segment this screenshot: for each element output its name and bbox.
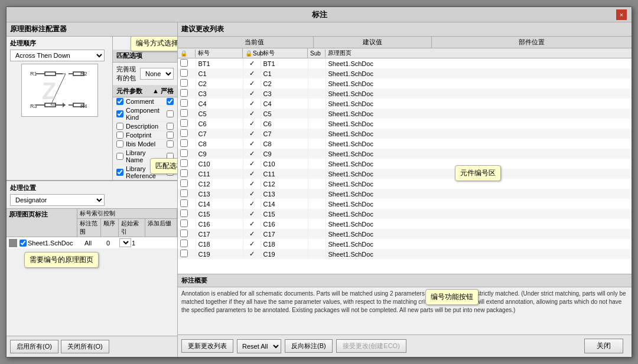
current-designator: C3	[196, 88, 243, 99]
suggested-designator: C9	[261, 149, 308, 159]
enable-all-button[interactable]: 启用所有(O)	[10, 340, 58, 353]
row-checkbox[interactable]	[180, 219, 188, 227]
current-sub-check: ✓	[243, 109, 261, 119]
param-strict-checkbox[interactable]	[167, 110, 174, 117]
order-select[interactable]: Across Then Down	[10, 50, 105, 61]
sub-col-designator2: 标号	[261, 48, 308, 58]
suggested-sub	[308, 149, 325, 159]
bubble-numbering-style: 编号方式选择	[131, 37, 177, 51]
part-location-header: 部件位置	[432, 37, 632, 48]
row-sheet: Sheet1.SchDoc	[325, 209, 632, 219]
lock-icon-current: 🔒	[180, 50, 187, 57]
bubble-container: 需要编号的原理图页	[6, 249, 177, 267]
row-checkbox[interactable]	[180, 209, 188, 217]
current-designator: C13	[196, 189, 243, 199]
dialog-title: 标注	[23, 9, 616, 20]
close-button[interactable]: 关闭	[584, 339, 623, 353]
current-sub-check: ✓	[243, 189, 261, 199]
close-x-button[interactable]: ×	[616, 9, 627, 20]
bubble-matching-options: 匹配选项	[150, 158, 177, 174]
row-checkbox[interactable]	[180, 189, 188, 197]
row-checkbox[interactable]	[180, 119, 188, 127]
suggested-sub	[308, 239, 325, 249]
row-checkbox[interactable]	[180, 240, 188, 247]
row-checkbox[interactable]	[180, 179, 188, 187]
param-checkbox[interactable]	[116, 110, 123, 117]
perfect-existing-select[interactable]: None	[140, 68, 174, 80]
accept-changes-button[interactable]: 接受更改(创建ECO)	[336, 339, 406, 353]
bubble-numbering-function: 编号功能按钮	[425, 289, 479, 305]
summary-section: 标注概要 Annotation is enabled for all schem…	[178, 274, 632, 335]
param-checkbox[interactable]	[116, 153, 123, 160]
main-dialog: 标注 × 原理图标注配置器 处理顺序 Across Then Down	[6, 6, 632, 358]
start-index-val: 1	[132, 240, 135, 247]
bubble-component-numbering: 元件编号区	[455, 165, 501, 181]
current-sub-check: ✓	[243, 209, 261, 219]
row-sheet: Sheet1.SchDoc	[325, 109, 632, 119]
row-checkbox[interactable]	[180, 250, 188, 257]
suggested-sub	[308, 219, 325, 229]
table-row: C1✓C1Sheet1.SchDoc	[178, 68, 632, 78]
suggested-sub	[308, 189, 325, 199]
current-sub-check: ✓	[243, 159, 261, 169]
param-row: Ibis Model	[113, 140, 177, 149]
start-index-select[interactable]: ▼	[119, 238, 131, 247]
processing-order-label: 处理顺序	[10, 39, 109, 48]
z-pattern-svg: R1 R2 R3 R4	[24, 67, 95, 114]
suggested-sub	[308, 99, 325, 109]
col-start-index-header: 起始索引	[119, 219, 145, 237]
row-checkbox[interactable]	[180, 199, 188, 207]
suggested-designator: C12	[261, 179, 308, 189]
current-sub-check: ✓	[243, 129, 261, 139]
row-sheet: Sheet1.SchDoc	[325, 189, 632, 199]
current-sub-check: ✓	[243, 179, 261, 189]
sch-row-checkbox[interactable]	[19, 240, 27, 247]
param-checkbox[interactable]	[116, 98, 123, 105]
param-checkbox[interactable]	[116, 132, 123, 139]
sub-col-schematic: 原理图页	[325, 48, 632, 58]
param-checkbox[interactable]	[116, 169, 123, 176]
row-sheet: Sheet1.SchDoc	[325, 249, 632, 259]
param-strict-checkbox[interactable]	[167, 140, 174, 147]
table-row: C16✓C16Sheet1.SchDoc	[178, 219, 632, 229]
row-checkbox[interactable]	[180, 99, 188, 107]
suggested-designator: C2	[261, 78, 308, 88]
param-checkbox[interactable]	[116, 123, 123, 130]
row-checkbox[interactable]	[180, 169, 188, 177]
row-checkbox[interactable]	[180, 59, 188, 67]
param-row: Description	[113, 122, 177, 131]
row-checkbox[interactable]	[180, 79, 188, 87]
col-range-header: 标注范围	[77, 219, 101, 237]
param-strict-checkbox[interactable]	[167, 123, 174, 130]
row-checkbox[interactable]	[180, 69, 188, 77]
current-value-header: 当前值	[196, 37, 314, 48]
param-name: Comment	[126, 98, 164, 105]
param-strict-checkbox[interactable]	[167, 98, 174, 105]
row-checkbox[interactable]	[180, 149, 188, 157]
table-row: C14✓C14Sheet1.SchDoc	[178, 199, 632, 209]
perfect-existing-row: 完善现有的包 None	[113, 63, 177, 86]
current-designator: C8	[196, 139, 243, 149]
summary-header: 标注概要	[178, 274, 632, 287]
param-strict-checkbox[interactable]	[167, 132, 174, 139]
disable-all-button[interactable]: 关闭所有(O)	[61, 340, 109, 353]
suggested-sub	[308, 68, 325, 78]
index-control-header: 标号索引控制	[77, 209, 177, 219]
row-checkbox[interactable]	[180, 159, 188, 167]
table-row: C8✓C8Sheet1.SchDoc	[178, 139, 632, 149]
row-checkbox[interactable]	[180, 129, 188, 137]
param-row: Comment	[113, 97, 177, 106]
row-checkbox[interactable]	[180, 109, 188, 117]
param-checkbox[interactable]	[116, 140, 123, 147]
suggested-designator: C16	[261, 219, 308, 229]
row-checkbox[interactable]	[180, 139, 188, 147]
location-select[interactable]: Designator	[10, 194, 105, 206]
reset-all-select[interactable]: Reset All	[237, 339, 281, 353]
reverse-annotation-button[interactable]: 反向标注(B)	[285, 339, 333, 353]
update-list-button[interactable]: 更新更改列表	[181, 339, 233, 353]
row-checkbox[interactable]	[180, 89, 188, 97]
row-checkbox[interactable]	[180, 229, 188, 237]
current-sub-check: ✓	[243, 68, 261, 78]
table-row: C11✓C11Sheet1.SchDoc	[178, 169, 632, 179]
suggested-sub	[308, 129, 325, 139]
